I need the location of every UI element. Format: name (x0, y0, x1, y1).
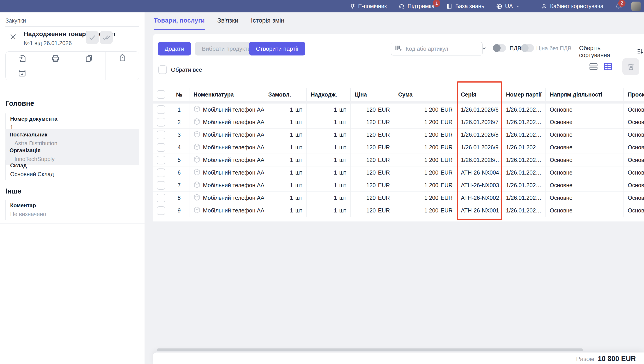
price-no-vat-toggle[interactable] (521, 44, 534, 52)
notifications-button[interactable]: 2 (615, 2, 622, 10)
product-name[interactable]: Мобільний телефон AA… (203, 106, 264, 113)
serial-value[interactable]: ATH-26-NX002… (457, 192, 502, 204)
tab-links[interactable]: Зв'язки (217, 17, 238, 30)
print-button[interactable] (39, 52, 72, 66)
search-chevron-down-icon (482, 46, 487, 52)
col-header-ordered[interactable]: Замовл. (264, 88, 307, 101)
tab-history[interactable]: Історія змін (251, 17, 284, 30)
product-name[interactable]: Мобільний телефон AA… (203, 132, 264, 138)
close-button[interactable] (8, 32, 18, 42)
serial-value[interactable]: ATH-26-NX001… (457, 204, 502, 217)
row-number: 4 (169, 141, 190, 154)
serial-value[interactable]: 1/26.01.2026/7 (457, 116, 502, 128)
activity-value: Основне (546, 166, 624, 179)
product-name[interactable]: Мобільний телефон AA… (203, 207, 264, 214)
col-header-batch[interactable]: Номер партії (502, 88, 546, 101)
row-checkbox[interactable] (157, 105, 165, 114)
col-header-serial[interactable]: Серія (457, 88, 502, 101)
import-document-button[interactable] (6, 52, 39, 66)
col-header-sum[interactable]: Сума (394, 88, 457, 101)
create-batches-button[interactable]: Створити партії (249, 42, 305, 56)
table-row[interactable]: 4 Мобільний телефон AA… 1шт 1шт 120EUR 1… (153, 141, 644, 154)
col-header-price[interactable]: Ціна (351, 88, 394, 101)
col-header-name[interactable]: Номенклатура (190, 88, 264, 101)
sum-currency: EUR (440, 144, 452, 151)
col-header-num[interactable]: № (169, 88, 190, 101)
col-header-received[interactable]: Надходж. (307, 88, 351, 101)
serial-value[interactable]: 1/26.01.2026/6 (457, 104, 502, 116)
row-checkbox[interactable] (157, 118, 165, 126)
table-row[interactable]: 9 Мобільний телефон AA… 1шт 1шт 120EUR 1… (153, 204, 644, 217)
select-all-checkbox[interactable] (158, 66, 167, 74)
table-row[interactable]: 3 Мобільний телефон AA… 1шт 1шт 120EUR 1… (153, 128, 644, 141)
language-selector[interactable]: UA (496, 3, 520, 10)
table-row[interactable]: 6 Мобільний телефон AA… 1шт 1шт 120EUR 1… (153, 166, 644, 179)
batch-value[interactable]: 1/26.01.202… (502, 141, 546, 154)
code-search-box[interactable] (391, 42, 482, 56)
serial-value[interactable]: 1/26.01.2026/… (457, 154, 502, 166)
product-name[interactable]: Мобільний телефон AA… (203, 182, 264, 188)
product-name[interactable]: Мобільний телефон AA… (203, 119, 264, 126)
sum-value: 1 200 (424, 207, 438, 214)
tab-goods-services[interactable]: Товари, послуги (154, 17, 205, 30)
warehouse-field[interactable]: Склад Основний Склад (6, 160, 139, 180)
batch-value[interactable]: 1/26.01.202… (502, 179, 546, 192)
vat-toggle[interactable] (493, 44, 506, 52)
sort-selector[interactable]: Оберіть сортування (579, 45, 644, 59)
list-view-button[interactable] (589, 62, 598, 71)
account-menu-item[interactable]: Кабінет користувача (541, 3, 604, 10)
grid-view-button[interactable] (603, 62, 613, 71)
row-checkbox[interactable] (157, 181, 165, 190)
ordered-unit: шт (295, 157, 302, 163)
batch-value[interactable]: 1/26.01.202… (502, 104, 546, 116)
tag-button[interactable] (106, 52, 139, 66)
table-row[interactable]: 7 Мобільний телефон AA… 1шт 1шт 120EUR 1… (153, 179, 644, 192)
comment-field[interactable]: Коментар Не визначено (6, 200, 139, 220)
product-name[interactable]: Мобільний телефон AA… (203, 195, 264, 201)
avatar[interactable] (631, 2, 641, 11)
pick-products-button[interactable]: Вибрати продукти (195, 42, 258, 56)
topbar-divider (532, 2, 532, 10)
batch-value[interactable]: 1/26.01.202… (502, 116, 546, 128)
serial-value[interactable]: 1/26.01.2026/8 (457, 128, 502, 141)
batch-value[interactable]: 1/26.01.202… (502, 154, 546, 166)
product-name[interactable]: Мобільний телефон AA… (203, 169, 264, 176)
search-input[interactable] (406, 46, 478, 52)
received-qty: 1 (334, 195, 337, 201)
row-checkbox[interactable] (157, 168, 165, 177)
batch-value[interactable]: 1/26.01.202… (502, 204, 546, 217)
knowledge-base-menu-item[interactable]: База знань (446, 3, 484, 10)
document-actions-grid (6, 52, 139, 80)
serial-value[interactable]: ATH-26-NX004… (457, 166, 502, 179)
row-checkbox[interactable] (157, 194, 165, 202)
col-header-project[interactable]: Проєкт (624, 88, 644, 101)
product-name[interactable]: Мобільний телефон AA… (203, 144, 264, 151)
product-name[interactable]: Мобільний телефон AA… (203, 157, 264, 163)
header-checkbox[interactable] (157, 90, 165, 99)
row-checkbox[interactable] (157, 206, 165, 215)
breadcrumb[interactable]: Закупки (6, 17, 26, 24)
copy-button[interactable] (72, 52, 106, 66)
row-checkbox[interactable] (157, 156, 165, 164)
support-menu-item[interactable]: Підтримка 1 (398, 3, 434, 10)
table-row[interactable]: 5 Мобільний телефон AA… 1шт 1шт 120EUR 1… (153, 154, 644, 166)
row-checkbox[interactable] (157, 130, 165, 139)
ordered-unit: шт (295, 182, 302, 188)
approve-button[interactable] (86, 31, 99, 44)
horizontal-scrollbar[interactable] (157, 348, 583, 351)
serial-value[interactable]: 1/26.01.2026/9 (457, 141, 502, 154)
table-row[interactable]: 1 Мобільний телефон AA… 1шт 1шт 120EUR 1… (153, 103, 644, 116)
add-button[interactable]: Додати (158, 42, 191, 56)
approve-all-button[interactable] (100, 31, 113, 44)
table-row[interactable]: 2 Мобільний телефон AA… 1шт 1шт 120EUR 1… (153, 116, 644, 128)
archive-button[interactable] (6, 66, 39, 80)
table-row[interactable]: 8 Мобільний телефон AA… 1шт 1шт 120EUR 1… (153, 192, 644, 204)
batch-value[interactable]: 1/26.01.202… (502, 128, 546, 141)
serial-value[interactable]: ATH-26-NX003… (457, 179, 502, 192)
col-header-activity[interactable]: Напрям діяльності (546, 88, 624, 101)
batch-value[interactable]: 1/26.01.202… (502, 192, 546, 204)
assistant-menu-item[interactable]: Е-помічник (349, 3, 387, 10)
delete-button[interactable] (622, 58, 639, 75)
batch-value[interactable]: 1/26.01.202… (502, 166, 546, 179)
row-checkbox[interactable] (157, 143, 165, 152)
